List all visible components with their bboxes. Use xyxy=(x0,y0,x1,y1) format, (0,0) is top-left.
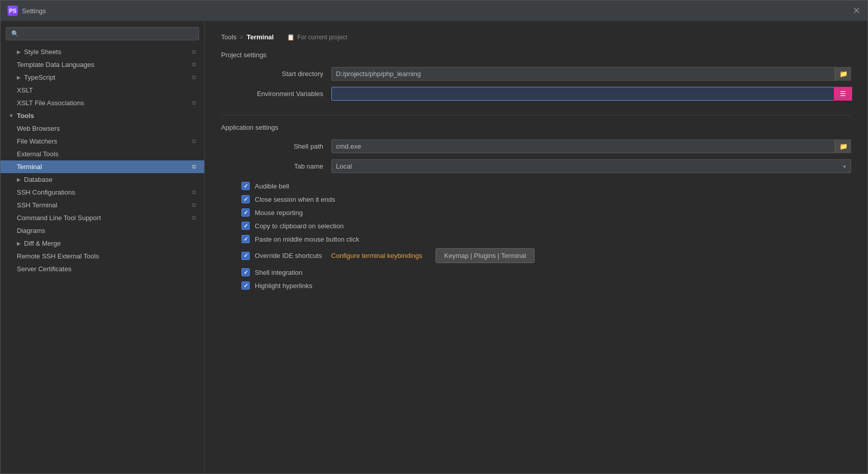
titlebar: PS Settings ✕ xyxy=(1,1,867,21)
copy-icon: ⧉ xyxy=(192,138,196,145)
sidebar-item-label: Remote SSH External Tools xyxy=(17,252,196,260)
search-input[interactable] xyxy=(6,27,199,40)
shell-path-row: Shell path 📁 xyxy=(221,139,851,153)
mouse-reporting-checkbox[interactable] xyxy=(242,208,250,217)
shell-path-input[interactable] xyxy=(331,139,851,153)
shell-path-browse-button[interactable]: 📁 xyxy=(835,139,851,153)
sidebar-item-label: SSH Terminal xyxy=(17,201,190,209)
sidebar: ▶ Style Sheets ⧉ Template Data Languages… xyxy=(1,21,205,473)
shell-path-label: Shell path xyxy=(221,143,323,150)
highlight-hyperlinks-checkbox[interactable] xyxy=(242,281,250,290)
env-variables-input[interactable] xyxy=(331,87,851,101)
paste-middle-mouse-checkbox[interactable] xyxy=(242,235,250,243)
audible-bell-label: Audible bell xyxy=(255,182,289,190)
sidebar-item-xslt[interactable]: XSLT xyxy=(1,84,204,97)
sidebar-item-label: Template Data Languages xyxy=(17,61,190,68)
override-ide-shortcuts-row: Override IDE shortcuts Configure termina… xyxy=(221,246,851,266)
copy-icon: ⧉ xyxy=(192,189,196,196)
sidebar-item-label: TypeScript xyxy=(24,74,190,81)
search-bar xyxy=(1,25,204,45)
arrow-icon: ▶ xyxy=(17,49,21,55)
env-variables-edit-button[interactable]: ☰ xyxy=(834,87,852,101)
settings-window: PS Settings ✕ ▶ Style Sheets ⧉ Template … xyxy=(0,0,868,474)
sidebar-item-style-sheets[interactable]: ▶ Style Sheets ⧉ xyxy=(1,45,204,58)
tab-name-label: Tab name xyxy=(221,162,323,170)
env-variables-control: ☰ xyxy=(331,87,851,101)
highlight-hyperlinks-row: Highlight hyperlinks xyxy=(221,279,851,292)
arrow-icon: ▶ xyxy=(17,75,21,80)
copy-icon: ⧉ xyxy=(192,100,196,106)
sidebar-item-ssh-terminal[interactable]: SSH Terminal ⧉ xyxy=(1,199,204,211)
arrow-icon: ▶ xyxy=(17,177,21,182)
content-area: Tools > Terminal 📋 For current project P… xyxy=(205,21,867,473)
sidebar-item-remote-ssh-external-tools[interactable]: Remote SSH External Tools xyxy=(1,250,204,263)
start-directory-input[interactable] xyxy=(331,67,851,81)
breadcrumb: Tools > Terminal 📋 For current project xyxy=(221,33,851,41)
sidebar-item-xslt-file-assoc[interactable]: XSLT File Associations ⧉ xyxy=(1,97,204,109)
tab-name-control: Local Default Custom ▼ xyxy=(331,159,851,173)
paste-middle-mouse-row: Paste on middle mouse button click xyxy=(221,232,851,246)
for-project-link[interactable]: 📋 For current project xyxy=(287,34,347,41)
highlight-hyperlinks-label: Highlight hyperlinks xyxy=(255,282,312,290)
override-ide-shortcuts-label: Override IDE shortcuts xyxy=(255,252,322,259)
tab-name-select-wrap: Local Default Custom ▼ xyxy=(331,159,851,173)
sidebar-item-label: Diagrams xyxy=(17,227,196,234)
app-icon: PS xyxy=(8,6,18,16)
sidebar-item-external-tools[interactable]: External Tools xyxy=(1,148,204,160)
sidebar-item-label: Database xyxy=(24,176,196,183)
audible-bell-row: Audible bell xyxy=(221,179,851,193)
copy-icon: ⧉ xyxy=(192,61,196,68)
close-session-checkbox[interactable] xyxy=(242,195,250,203)
start-directory-control: 📁 xyxy=(331,67,851,81)
sidebar-item-diff-merge[interactable]: ▶ Diff & Merge xyxy=(1,237,204,250)
keymap-button[interactable]: Keymap | Plugins | Terminal xyxy=(436,248,535,263)
copy-clipboard-label: Copy to clipboard on selection xyxy=(255,222,344,230)
project-settings-section: Project settings Start directory 📁 Envir… xyxy=(221,51,851,101)
sidebar-item-label: Terminal xyxy=(17,163,190,171)
shell-path-control: 📁 xyxy=(331,139,851,153)
sidebar-item-file-watchers[interactable]: File Watchers ⧉ xyxy=(1,135,204,148)
shell-integration-label: Shell integration xyxy=(255,269,302,276)
start-directory-row: Start directory 📁 xyxy=(221,67,851,81)
tab-name-select[interactable]: Local Default Custom xyxy=(331,159,851,173)
sidebar-item-typescript[interactable]: ▶ TypeScript ⧉ xyxy=(1,71,204,84)
copy-icon: ⧉ xyxy=(192,163,196,170)
section-divider xyxy=(221,115,851,115)
paste-middle-mouse-label: Paste on middle mouse button click xyxy=(255,235,359,243)
sidebar-item-template-data-languages[interactable]: Template Data Languages ⧉ xyxy=(1,58,204,71)
sidebar-item-label: Server Certificates xyxy=(17,265,196,273)
close-session-row: Close session when it ends xyxy=(221,193,851,206)
sidebar-group-tools[interactable]: ▼ Tools xyxy=(1,109,204,122)
audible-bell-checkbox[interactable] xyxy=(242,182,250,190)
sidebar-item-terminal[interactable]: Terminal ⧉ xyxy=(1,160,204,173)
tab-name-row: Tab name Local Default Custom ▼ xyxy=(221,159,851,173)
sidebar-item-label: File Watchers xyxy=(17,137,190,145)
sidebar-item-label: XSLT File Associations xyxy=(17,99,190,107)
copy-icon: ⧉ xyxy=(192,202,196,208)
configure-keybindings-link[interactable]: Configure terminal keybindings xyxy=(331,252,422,259)
sidebar-item-command-line-tool-support[interactable]: Command Line Tool Support ⧉ xyxy=(1,211,204,224)
arrow-icon: ▶ xyxy=(17,241,21,246)
shell-integration-checkbox[interactable] xyxy=(242,268,250,276)
main-content: ▶ Style Sheets ⧉ Template Data Languages… xyxy=(1,21,867,473)
shell-integration-row: Shell integration xyxy=(221,266,851,279)
window-title: Settings xyxy=(22,7,46,15)
sidebar-item-label: XSLT xyxy=(17,86,196,94)
breadcrumb-tools[interactable]: Tools xyxy=(221,33,236,41)
close-button[interactable]: ✕ xyxy=(853,6,860,15)
sidebar-item-label: Style Sheets xyxy=(24,48,190,56)
sidebar-item-web-browsers[interactable]: Web Browsers xyxy=(1,122,204,135)
start-directory-browse-button[interactable]: 📁 xyxy=(835,67,851,81)
override-ide-shortcuts-checkbox[interactable] xyxy=(242,252,250,260)
sidebar-item-database[interactable]: ▶ Database xyxy=(1,173,204,186)
sidebar-item-ssh-configurations[interactable]: SSH Configurations ⧉ xyxy=(1,186,204,199)
sidebar-item-label: SSH Configurations xyxy=(17,188,190,196)
app-settings-title: Application settings xyxy=(221,124,851,131)
sidebar-item-server-certificates[interactable]: Server Certificates xyxy=(1,263,204,275)
copy-clipboard-checkbox[interactable] xyxy=(242,222,250,230)
close-session-label: Close session when it ends xyxy=(255,196,335,203)
sidebar-item-label: Command Line Tool Support xyxy=(17,214,190,222)
sidebar-item-label: Web Browsers xyxy=(17,125,196,132)
for-project-icon: 📋 xyxy=(287,34,295,41)
sidebar-item-diagrams[interactable]: Diagrams xyxy=(1,224,204,237)
